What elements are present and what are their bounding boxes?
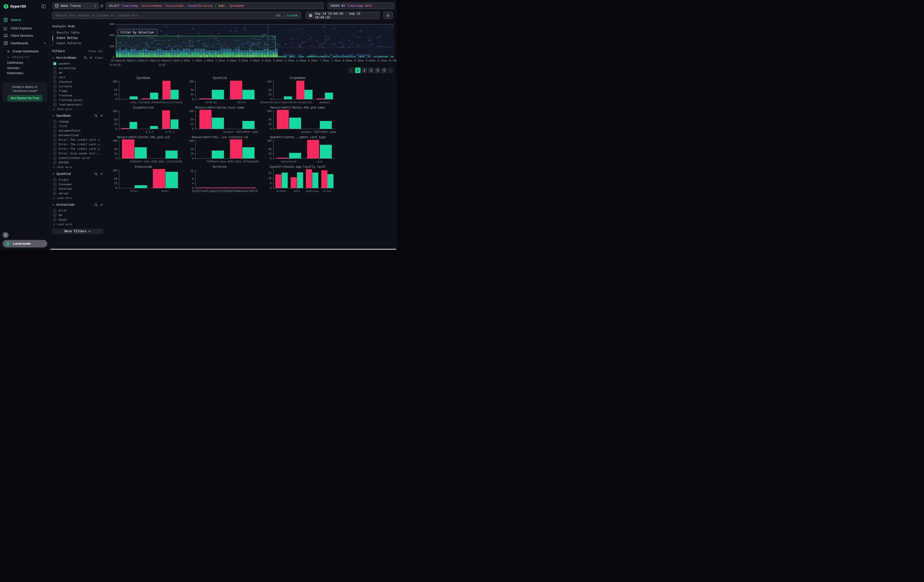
filter-option-client[interactable]: Client xyxy=(53,178,103,182)
gear-icon[interactable] xyxy=(100,4,104,8)
checkbox[interactable] xyxy=(53,125,56,128)
filter-option-expire[interactable]: EXPIRE xyxy=(53,160,103,165)
checkbox[interactable] xyxy=(53,99,56,102)
checkbox[interactable] xyxy=(53,161,56,164)
checkbox[interactable] xyxy=(53,192,56,195)
filter-option-checkout[interactable]: checkout xyxy=(53,80,103,84)
checkbox[interactable] xyxy=(53,138,56,142)
checkbox[interactable] xyxy=(53,209,56,212)
checkbox[interactable] xyxy=(53,147,56,150)
checkbox[interactable] xyxy=(53,143,56,146)
filter-option-documentload[interactable]: documentLoad xyxy=(53,133,103,137)
checkbox[interactable] xyxy=(53,178,56,181)
filter-option-frontend-proxy[interactable]: frontend-proxy xyxy=(53,98,103,102)
checkbox[interactable] xyxy=(53,157,56,160)
sidebar-collapse-icon[interactable] xyxy=(41,4,46,9)
chevron-down-icon[interactable] xyxy=(52,173,54,175)
time-range-picker[interactable]: Sep 14 22:04:35 - Sep 15 10:04:35 xyxy=(306,12,380,19)
pagination-page-2[interactable]: 2 xyxy=(362,68,367,73)
checkbox[interactable] xyxy=(53,120,56,123)
checkbox[interactable] xyxy=(53,214,56,217)
search-icon[interactable] xyxy=(94,203,98,206)
horizontal-scrollbar[interactable] xyxy=(50,249,397,250)
checkbox[interactable] xyxy=(53,187,56,191)
create-dashboard-button[interactable]: Create Dashboard xyxy=(0,49,50,54)
filter-option-click[interactable]: click xyxy=(53,124,103,128)
filter-show-more-servicename[interactable]: Show more xyxy=(53,107,72,111)
local-mode-button[interactable]: U Local mode › xyxy=(3,240,47,247)
filter-section-clear-button[interactable]: Clear xyxy=(95,56,103,59)
sidebar-item-client-sessions[interactable]: Client Sessions xyxy=(0,32,50,38)
filter-option-payment[interactable]: payment xyxy=(53,61,103,66)
chevron-down-icon[interactable] xyxy=(52,204,54,206)
presets-toggle[interactable]: PRESETS xyxy=(0,54,50,60)
checkbox[interactable] xyxy=(53,218,56,221)
filter-option-server[interactable]: Server xyxy=(53,191,103,195)
scrollbar-thumb[interactable] xyxy=(50,249,396,250)
pagination-prev-button[interactable]: ‹ xyxy=(348,68,354,73)
analysis-mode-results-table[interactable]: Results Table xyxy=(57,31,79,35)
help-button[interactable]: ? xyxy=(3,232,8,238)
order-by-input[interactable]: ORDER BY Timestamp DESC xyxy=(328,3,394,9)
checkbox[interactable] xyxy=(53,66,56,70)
get-started-button[interactable]: Get Started for Free xyxy=(7,95,43,101)
sql-select-input[interactable]: SELECT Timestamp, ServiceName, StatusCod… xyxy=(106,3,323,9)
filter-option-error-the-credit-card-[interactable]: Error: The credit card (… xyxy=(53,138,103,142)
filter-option-currency[interactable]: currency xyxy=(53,84,103,88)
mode-lucene-toggle[interactable]: Lucene xyxy=(287,14,298,17)
filter-option-error[interactable]: Error xyxy=(53,208,103,213)
filter-load-more-statuscode[interactable]: Load more xyxy=(53,223,72,226)
chevron-down-icon[interactable] xyxy=(52,57,54,59)
search-icon[interactable] xyxy=(94,172,98,176)
filter-option-ad[interactable]: ad xyxy=(53,71,103,75)
filter-option-cart[interactable]: cart xyxy=(53,75,103,79)
heatmap-plot[interactable]: Filter by Selection xyxy=(116,24,394,58)
filter-show-more-spanname[interactable]: Show more xyxy=(53,165,72,169)
analysis-mode-event-deltas[interactable]: Event Deltas xyxy=(57,36,78,41)
pin-icon[interactable] xyxy=(100,203,103,206)
filter-option-error-the-credit-card-[interactable]: Error: The credit card (… xyxy=(53,142,103,146)
checkbox[interactable] xyxy=(53,85,56,88)
filter-load-more-spankind[interactable]: Load more xyxy=(53,196,72,199)
checkbox[interactable] xyxy=(53,152,56,155)
sidebar-preset-clickhouse[interactable]: ClickHouse xyxy=(0,60,50,65)
source-select[interactable]: Demo Traces xyxy=(53,3,99,9)
checkbox[interactable] xyxy=(53,94,56,97)
checkbox[interactable] xyxy=(53,89,56,92)
pin-icon[interactable] xyxy=(89,56,92,59)
filter-option-flagd[interactable]: flagd xyxy=(53,89,103,93)
sidebar-item-search[interactable]: Search xyxy=(0,17,50,23)
filter-option-frontend[interactable]: frontend xyxy=(53,93,103,97)
pagination-page-4[interactable]: 4 xyxy=(375,68,380,73)
sidebar-item-dashboards[interactable]: Dashboards xyxy=(0,40,50,46)
filter-option-eventlistener-error[interactable]: eventListener.error xyxy=(53,156,103,160)
search-input[interactable]: Search your events w/ Lucene ex. column:… xyxy=(52,12,301,19)
search-icon[interactable] xyxy=(84,56,87,59)
chevron-down-icon[interactable] xyxy=(52,115,54,117)
pagination-next-button[interactable]: › xyxy=(388,68,393,73)
filter-option-load-generator[interactable]: load-generator xyxy=(53,102,103,107)
checkbox[interactable] xyxy=(53,134,56,137)
mode-sql-toggle[interactable]: SQL xyxy=(276,14,281,17)
heatmap-selection[interactable] xyxy=(116,36,276,54)
filter-option-ok[interactable]: Ok xyxy=(53,213,103,217)
sidebar-preset-kubernetes[interactable]: Kubernetes xyxy=(0,71,50,76)
checkbox[interactable] xyxy=(53,129,56,132)
filter-option-internal[interactable]: Internal xyxy=(53,187,103,191)
filter-by-selection-button[interactable]: Filter by Selection xyxy=(118,29,157,36)
filter-option-error-visa-cache-full-[interactable]: Error: Visa cache full: … xyxy=(53,151,103,155)
sidebar-preset-services[interactable]: Services xyxy=(0,66,50,71)
pin-icon[interactable] xyxy=(100,172,103,176)
pagination-page-5[interactable]: 5 xyxy=(381,68,387,73)
pagination-page-3[interactable]: 3 xyxy=(368,68,374,73)
analysis-mode-event-patterns[interactable]: Event Patterns xyxy=(57,41,81,46)
sidebar-item-chart-explorer[interactable]: Chart Explorer xyxy=(0,25,50,31)
checkbox[interactable] xyxy=(53,103,56,106)
filter-option-unset[interactable]: Unset xyxy=(53,218,103,222)
checkbox[interactable] xyxy=(53,76,56,79)
checkbox[interactable] xyxy=(53,80,56,84)
run-query-button[interactable] xyxy=(383,12,393,19)
filter-option-documentfetch[interactable]: documentFetch xyxy=(53,129,103,133)
checkbox[interactable] xyxy=(53,62,56,65)
filter-option-accounting[interactable]: accounting xyxy=(53,66,103,70)
